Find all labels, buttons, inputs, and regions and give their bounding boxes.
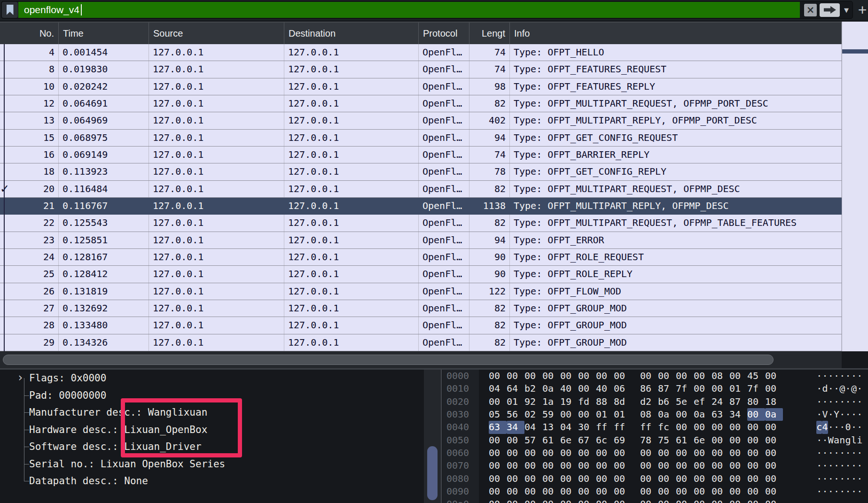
packet-row[interactable]: 260.131819127.0.0.1127.0.0.1OpenFl…122Ty… bbox=[0, 283, 842, 300]
clear-filter-button[interactable]: × bbox=[804, 4, 817, 16]
hex-offset: 00a0 bbox=[446, 498, 469, 503]
packet-row[interactable]: 200.116484127.0.0.1127.0.0.1OpenFl…82Typ… bbox=[0, 181, 842, 198]
cell-length: 90 bbox=[469, 249, 510, 265]
packet-row[interactable]: 280.133480127.0.0.1127.0.0.1OpenFl…82Typ… bbox=[0, 317, 842, 334]
annotation-rectangle bbox=[121, 398, 242, 457]
hex-row[interactable]: 00200001921a19fd888dd2b65eef24878018····… bbox=[442, 395, 868, 408]
cell-info: Type: OFPT_MULTIPART_REPLY, OFPMP_DESC bbox=[510, 198, 842, 214]
packet-row[interactable]: 150.068975127.0.0.1127.0.0.1OpenFl…94Typ… bbox=[0, 130, 842, 147]
packet-row[interactable]: 290.134326127.0.0.1127.0.0.1OpenFl…82Typ… bbox=[0, 334, 842, 351]
cell-protocol: OpenFl… bbox=[419, 163, 469, 180]
cell-destination: 127.0.0.1 bbox=[284, 112, 419, 129]
column-header-source[interactable]: Source bbox=[149, 23, 284, 44]
hex-row[interactable]: 000000000000000000000000000008004500····… bbox=[442, 370, 868, 382]
packet-row[interactable]: 100.020242127.0.0.1127.0.0.1OpenFl…98Typ… bbox=[0, 78, 842, 95]
detail-item[interactable]: ›Flags: 0x0000 bbox=[0, 370, 424, 387]
cell-time: 0.134326 bbox=[59, 334, 149, 351]
hex-row[interactable]: 00100464b20a4000400686877f0000017f00·d··… bbox=[442, 382, 868, 395]
cell-source: 127.0.0.1 bbox=[149, 163, 284, 180]
cell-destination: 127.0.0.1 bbox=[284, 215, 419, 231]
hex-row[interactable]: 008000000000000000000000000000000000····… bbox=[442, 472, 868, 485]
cell-source: 127.0.0.1 bbox=[149, 130, 284, 146]
cell-info: Type: OFPT_FEATURES_REPLY bbox=[510, 78, 842, 95]
cell-length: 90 bbox=[469, 266, 510, 282]
hex-ascii: ················ bbox=[816, 395, 868, 408]
hex-row[interactable]: 00300556025900000101080a000a6334000a·V·Y… bbox=[442, 408, 868, 421]
cell-protocol: OpenFl… bbox=[419, 61, 469, 77]
apply-filter-button[interactable] bbox=[820, 3, 840, 17]
packet-row[interactable]: 80.019830127.0.0.1127.0.0.1OpenFl…74Type… bbox=[0, 61, 842, 78]
packet-row[interactable]: 180.113923127.0.0.1127.0.0.1OpenFl…78Typ… bbox=[0, 163, 842, 180]
expander-icon[interactable]: › bbox=[17, 370, 23, 387]
cell-destination: 127.0.0.1 bbox=[284, 163, 419, 180]
packet-row[interactable]: 270.132692127.0.0.1127.0.0.1OpenFl…82Typ… bbox=[0, 300, 842, 317]
cell-destination: 127.0.0.1 bbox=[284, 147, 419, 163]
hex-ascii: ················ bbox=[816, 447, 868, 459]
cell-source: 127.0.0.1 bbox=[149, 95, 284, 112]
cell-protocol: OpenFl… bbox=[419, 283, 469, 300]
cell-length: 78 bbox=[469, 163, 510, 180]
hex-row[interactable]: 006000000000000000000000000000000000····… bbox=[442, 447, 868, 459]
packet-row[interactable]: 250.128412127.0.0.1127.0.0.1OpenFl…90Typ… bbox=[0, 266, 842, 283]
cell-source: 127.0.0.1 bbox=[149, 334, 284, 351]
detail-vertical-scrollbar[interactable] bbox=[424, 370, 441, 503]
hex-row[interactable]: 009000000000000000000000000000000000····… bbox=[442, 485, 868, 498]
cell-destination: 127.0.0.1 bbox=[284, 78, 419, 95]
cell-time: 0.133480 bbox=[59, 317, 149, 333]
cell-source: 127.0.0.1 bbox=[149, 78, 284, 95]
cell-time: 0.125543 bbox=[59, 215, 149, 231]
cell-time: 0.125851 bbox=[59, 232, 149, 248]
packet-list-vertical-scrollbar[interactable] bbox=[842, 22, 868, 351]
hex-row[interactable]: 00a000000000000000000000000000000000····… bbox=[442, 498, 868, 503]
detail-item-text: Serial no.: Lixuan OpenBox Series bbox=[29, 458, 225, 470]
cell-destination: 127.0.0.1 bbox=[284, 266, 419, 282]
cell-protocol: OpenFl… bbox=[419, 198, 469, 214]
cell-destination: 127.0.0.1 bbox=[284, 334, 419, 351]
column-header-destination[interactable]: Destination bbox=[284, 23, 419, 44]
cell-protocol: OpenFl… bbox=[419, 147, 469, 163]
pane-divider[interactable] bbox=[441, 370, 442, 503]
cell-length: 74 bbox=[469, 61, 510, 77]
packet-row[interactable]: 230.125851127.0.0.1127.0.0.1OpenFl…94Typ… bbox=[0, 232, 842, 249]
detail-scrollbar-thumb[interactable] bbox=[427, 446, 438, 500]
packet-list-horizontal-scrollbar[interactable] bbox=[0, 351, 842, 368]
cell-info: Type: OFPT_MULTIPART_REQUEST, OFPMP_TABL… bbox=[510, 215, 842, 231]
hex-row[interactable]: 007000000000000000000000000000000000····… bbox=[442, 459, 868, 472]
cell-protocol: OpenFl… bbox=[419, 232, 469, 248]
filter-bookmark-button[interactable] bbox=[2, 2, 18, 18]
hex-row[interactable]: 0040633404130430fffffffc000000000000c4··… bbox=[442, 421, 868, 433]
cell-length: 98 bbox=[469, 78, 510, 95]
column-header-protocol[interactable]: Protocol bbox=[419, 23, 469, 44]
column-header-time[interactable]: Time bbox=[59, 23, 149, 44]
vertical-scrollbar-thumb[interactable] bbox=[842, 49, 868, 54]
cell-time: 0.064969 bbox=[59, 112, 149, 129]
hex-bytes: 00000000000000000000000000000000 bbox=[489, 447, 783, 459]
hex-bytes: 000057616e676c697875616e00000000 bbox=[489, 434, 783, 447]
packet-row[interactable]: 130.064969127.0.0.1127.0.0.1OpenFl…402Ty… bbox=[0, 112, 842, 129]
column-header-length[interactable]: Lengt bbox=[469, 23, 510, 44]
filter-box: openflow_v4 × ▼ bbox=[1, 1, 853, 19]
hex-dump-panel: 000000000000000000000000000008004500····… bbox=[442, 370, 868, 503]
detail-item[interactable]: Datapath desc.: None bbox=[0, 472, 424, 490]
cell-info: Type: OFPT_ROLE_REQUEST bbox=[510, 249, 842, 265]
cell-protocol: OpenFl… bbox=[419, 44, 469, 61]
horizontal-scrollbar-thumb[interactable] bbox=[3, 355, 774, 365]
arrow-right-icon bbox=[824, 6, 836, 14]
column-header-info[interactable]: Info bbox=[510, 23, 842, 44]
packet-row[interactable]: 160.069149127.0.0.1127.0.0.1OpenFl…74Typ… bbox=[0, 147, 842, 163]
cell-source: 127.0.0.1 bbox=[149, 215, 284, 231]
packet-row[interactable]: 240.128167127.0.0.1127.0.0.1OpenFl…90Typ… bbox=[0, 249, 842, 266]
filter-dropdown-button[interactable]: ▼ bbox=[844, 7, 849, 14]
display-filter-input[interactable]: openflow_v4 bbox=[18, 2, 800, 18]
hex-rows: 000000000000000000000000000008004500····… bbox=[442, 370, 868, 503]
packet-row[interactable]: 220.125543127.0.0.1127.0.0.1OpenFl…82Typ… bbox=[0, 215, 842, 232]
hex-ascii: ················ bbox=[816, 485, 868, 498]
packet-row[interactable]: 40.001454127.0.0.1127.0.0.1OpenFl…74Type… bbox=[0, 44, 842, 61]
detail-item[interactable]: Serial no.: Lixuan OpenBox Series bbox=[0, 456, 424, 473]
column-header-no[interactable]: No. bbox=[0, 23, 59, 44]
packet-row[interactable]: 120.064691127.0.0.1127.0.0.1OpenFl…82Typ… bbox=[0, 95, 842, 112]
packet-row[interactable]: 210.116767127.0.0.1127.0.0.1OpenFl…1138T… bbox=[0, 198, 842, 215]
cell-info: Type: OFPT_MULTIPART_REQUEST, OFPMP_PORT… bbox=[510, 95, 842, 112]
add-filter-button[interactable]: + bbox=[856, 1, 868, 19]
hex-row[interactable]: 0050000057616e676c697875616e00000000··Wa… bbox=[442, 434, 868, 447]
